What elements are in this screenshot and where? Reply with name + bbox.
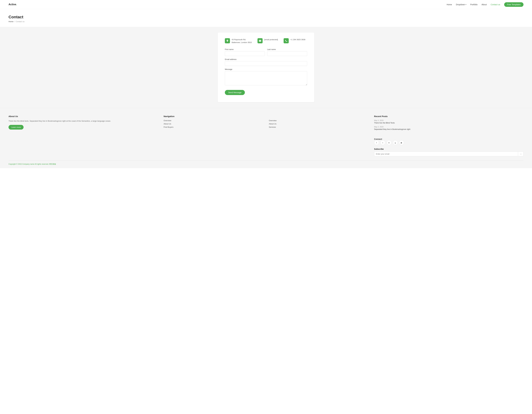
recent-post-2-date: May 3, 2020 — [374, 126, 523, 128]
subscribe-title: Subscribe — [374, 148, 523, 150]
navbar: Active. Home Dropdown Portfolio About Co… — [0, 0, 532, 9]
message-label: Message — [225, 68, 307, 70]
email-item: [email protected] — [257, 38, 278, 44]
contact-info-row: 43 Raymouth Rd. Baltemoer, London 3910 [… — [225, 38, 307, 44]
subscribe-input[interactable] — [374, 152, 518, 156]
copyright-suffix: 网页模板 — [49, 163, 56, 165]
hero-section: Contact Home / Contact us — [0, 9, 532, 27]
twitter-icon[interactable]: t — [380, 140, 385, 145]
recent-post-1: May 3, 2020 There live the Blind Texts — [374, 119, 523, 124]
footer: About Us There live the blind texts. Sep… — [0, 108, 532, 168]
last-name-input[interactable] — [267, 51, 307, 56]
free-templates-button[interactable]: Free Templates — [504, 2, 523, 7]
social-icons: f t in g ▶ — [374, 140, 523, 145]
phone-item: +1 294 3925 3939 — [284, 38, 305, 44]
phone-icon — [284, 38, 289, 43]
linkedin-icon[interactable]: in — [387, 140, 391, 145]
recent-post-2-title[interactable]: Separated they live in Bookmarksgrove ri… — [374, 128, 523, 130]
google-icon[interactable]: g — [393, 140, 398, 145]
footer-about-text: There live the blind texts. Separated th… — [9, 119, 158, 123]
footer-nav2-about-us[interactable]: About Us — [269, 123, 369, 125]
recent-post-1-title[interactable]: There live the Blind Texts — [374, 122, 523, 124]
brand-logo[interactable]: Active. — [9, 3, 17, 6]
learn-more-button[interactable]: Learn more — [9, 125, 24, 129]
last-name-label: Last name — [267, 48, 307, 50]
footer-bottom: Copyright © 2022.Company name All rights… — [9, 160, 523, 165]
message-input[interactable] — [225, 71, 307, 85]
nav-links: Home Dropdown Portfolio About Contact us… — [447, 2, 523, 7]
footer-nav-overview[interactable]: Overview — [163, 119, 263, 122]
first-name-input[interactable] — [225, 51, 265, 56]
nav-contact[interactable]: Contact us — [491, 3, 500, 6]
phone-text: +1 294 3925 3939 — [290, 38, 305, 41]
subscribe-row: → — [374, 152, 523, 156]
email-address-label: Email address — [225, 58, 307, 60]
footer-recent-posts-title: Recent Posts — [374, 115, 523, 118]
footer-nav-find-buyers[interactable]: Find Buyers — [163, 126, 263, 128]
nav-portfolio[interactable]: Portfolio — [470, 3, 477, 6]
email-text: [email protected] — [264, 38, 278, 41]
breadcrumb-current: Contact us — [16, 20, 24, 23]
nav-dropdown[interactable]: Dropdown — [456, 3, 466, 6]
footer-nav2-services[interactable]: Services — [269, 126, 369, 128]
email-icon — [257, 38, 263, 43]
page-title: Contact — [9, 15, 523, 19]
footer-about-col: About Us There live the blind texts. Sep… — [9, 115, 158, 132]
footer-nav2-overview[interactable]: Overview — [269, 119, 369, 122]
subscribe-button[interactable]: → — [518, 152, 523, 156]
footer-nav-col1: Navigation Overview About Us Find Buyers — [163, 115, 263, 132]
footer-grid: About Us There live the blind texts. Sep… — [9, 115, 523, 132]
location-icon — [225, 38, 230, 43]
facebook-icon[interactable]: f — [374, 140, 379, 145]
footer-connect-title: Connect — [374, 138, 523, 140]
main-section: 43 Raymouth Rd. Baltemoer, London 3910 [… — [0, 27, 532, 108]
youtube-icon[interactable]: ▶ — [399, 140, 404, 145]
address-item: 43 Raymouth Rd. Baltemoer, London 3910 — [225, 38, 252, 44]
footer-nav-col2: Overview About Us Services — [269, 115, 369, 132]
recent-post-2: May 3, 2020 Separated they live in Bookm… — [374, 126, 523, 130]
breadcrumb: Home / Contact us — [9, 20, 523, 23]
first-name-label: First name — [225, 48, 265, 50]
copyright-text: Copyright © 2022.Company name All rights… — [9, 163, 49, 165]
footer-recent-posts-col: Recent Posts May 3, 2020 There live the … — [374, 115, 523, 132]
breadcrumb-home[interactable]: Home — [9, 20, 13, 23]
address-text: 43 Raymouth Rd. Baltemoer, London 3910 — [232, 38, 252, 44]
breadcrumb-separator: / — [14, 20, 15, 23]
contact-card: 43 Raymouth Rd. Baltemoer, London 3910 [… — [218, 32, 314, 102]
footer-about-title: About Us — [9, 115, 158, 118]
recent-post-1-date: May 3, 2020 — [374, 119, 523, 121]
nav-home[interactable]: Home — [447, 3, 452, 6]
send-message-button[interactable]: Send Message — [225, 90, 245, 95]
footer-nav-title: Navigation — [163, 115, 263, 118]
footer-connect-col: Connect f t in g ▶ Subscribe → — [374, 138, 523, 156]
footer-nav-about-us[interactable]: About Us — [163, 123, 263, 125]
nav-about[interactable]: About — [482, 3, 487, 6]
contact-form: First name Last name Email address Messa… — [225, 48, 307, 95]
footer-nav2-title — [269, 115, 369, 118]
email-address-input[interactable] — [225, 61, 307, 66]
